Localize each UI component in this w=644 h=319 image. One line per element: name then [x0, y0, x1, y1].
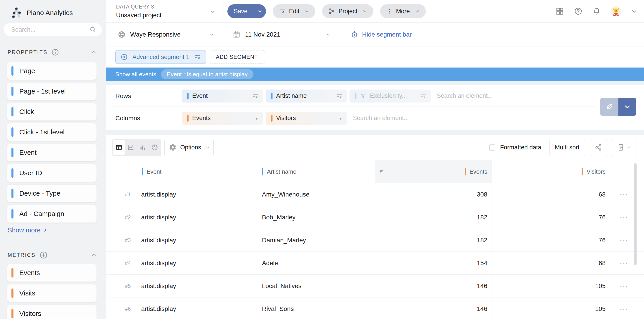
chip-settings-icon[interactable] — [336, 93, 343, 99]
row-menu-button[interactable]: ⋯ — [610, 206, 644, 229]
row-chip-event[interactable]: Event — [182, 89, 263, 102]
help-icon[interactable] — [574, 7, 582, 15]
segment-settings-icon[interactable] — [194, 53, 201, 60]
share-button[interactable] — [590, 139, 607, 156]
brand: Piano Analytics — [0, 0, 106, 20]
save-button[interactable]: Save — [228, 4, 254, 18]
property-item-click-1st-level[interactable]: Click - 1st level — [7, 123, 96, 141]
show-more-link[interactable]: Show more — [8, 226, 106, 235]
property-item-event[interactable]: Event — [7, 144, 96, 161]
date-selector[interactable]: 11 Nov 2021 — [223, 23, 340, 46]
table-view-button[interactable] — [113, 140, 125, 155]
project-button[interactable]: Project — [322, 4, 373, 18]
table-row[interactable]: #6artist.display Rival_Sons 146 105 ⋯ — [106, 298, 644, 319]
cell-artist: Rival_Sons — [256, 298, 375, 319]
export-button[interactable] — [612, 139, 637, 156]
notifications-bell-icon[interactable] — [592, 7, 601, 15]
formatted-data-checkbox[interactable] — [489, 144, 495, 151]
property-item-page[interactable]: Page — [7, 62, 96, 80]
property-label: Page - 1st level — [19, 87, 66, 95]
row-menu-button[interactable]: ⋯ — [610, 183, 644, 206]
target-icon — [350, 30, 358, 38]
line-chart-view-button[interactable] — [125, 140, 137, 155]
properties-section-header: PROPERTIES — [8, 48, 97, 57]
chip-settings-icon[interactable] — [252, 93, 259, 99]
more-button[interactable]: More — [380, 4, 426, 18]
chip-settings-icon[interactable] — [336, 115, 343, 122]
property-item-device-type[interactable]: Device - Type — [7, 185, 96, 202]
column-chip-visitors[interactable]: Visitors — [266, 112, 347, 125]
column-chip-events[interactable]: Events — [182, 112, 263, 125]
site-selector[interactable]: Waye Responsive — [106, 23, 223, 46]
properties-collapse-icon[interactable] — [91, 49, 97, 55]
column-header-label: Event — [146, 168, 162, 175]
multi-sort-button[interactable]: Multi sort — [549, 139, 585, 156]
criteria-panel: Rows Event Artist name — [106, 81, 644, 135]
metrics-collapse-icon[interactable] — [91, 252, 97, 258]
chip-settings-icon[interactable] — [252, 115, 259, 122]
add-segment-button[interactable]: ADD SEGMENT — [209, 50, 265, 64]
chip-settings-icon[interactable] — [420, 93, 427, 99]
row-chip-exclusion[interactable]: Exclusion ty... — [350, 89, 431, 102]
account-chevron-icon[interactable] — [631, 8, 638, 14]
table-row[interactable]: #4artist.display Adele 154 68 ⋯ — [106, 252, 644, 275]
table-row[interactable]: #3artist.display Damian_Marley 182 76 ⋯ — [106, 229, 644, 252]
property-item-click[interactable]: Click — [7, 103, 96, 120]
plus-circle-icon[interactable] — [39, 251, 48, 259]
vertical-scrollbar[interactable] — [634, 163, 636, 265]
search-input[interactable] — [4, 23, 102, 36]
column-header-artist-name[interactable]: Artist name — [256, 160, 375, 183]
chevron-down-icon[interactable] — [209, 8, 216, 15]
columns-search-input[interactable] — [353, 115, 450, 122]
hide-segment-bar-toggle[interactable]: Hide segment bar — [340, 23, 644, 46]
cell-event: artist.display — [141, 260, 176, 267]
edit-button[interactable]: Edit — [273, 4, 316, 18]
search-icon[interactable] — [89, 26, 96, 33]
advanced-segment-chip[interactable]: Advanced segment 1 — [116, 50, 206, 64]
row-menu-button[interactable]: ⋯ — [610, 275, 644, 297]
filter-bar-label: Show all events — [116, 71, 156, 78]
metric-item-events[interactable]: Events — [7, 264, 96, 282]
info-icon[interactable] — [51, 48, 59, 56]
show-more-label: Show more — [8, 227, 41, 234]
row-menu-button[interactable]: ⋯ — [610, 298, 644, 319]
metric-label: Events — [19, 269, 40, 277]
save-dropdown-button[interactable] — [254, 4, 266, 18]
options-label: Options — [180, 144, 201, 151]
column-header-events[interactable]: Events — [375, 160, 492, 183]
avatar[interactable] — [611, 6, 621, 16]
table-row[interactable]: #2artist.display Bob_Marley 182 76 ⋯ — [106, 206, 644, 229]
column-header-event[interactable]: Event — [106, 160, 256, 183]
row-chip-artist-name[interactable]: Artist name — [266, 89, 347, 102]
property-item-user-id[interactable]: User ID — [7, 164, 96, 182]
row-menu-button[interactable]: ⋯ — [610, 229, 644, 252]
row-menu-button[interactable]: ⋯ — [610, 252, 644, 274]
property-item-ad-campaign[interactable]: Ad - Campaign — [7, 205, 96, 223]
metric-item-visitors[interactable]: Visitors — [7, 305, 96, 319]
property-item-page-1st-level[interactable]: Page - 1st level — [7, 82, 96, 100]
property-color-bar — [12, 148, 14, 157]
metric-item-visits[interactable]: Visits — [7, 285, 96, 302]
rows-search-input[interactable] — [437, 92, 533, 99]
options-button[interactable]: Options — [164, 139, 214, 156]
table-header: Event Artist name Events — [106, 160, 644, 183]
metric-color-bar — [12, 268, 14, 278]
metric-color-bar — [12, 309, 14, 318]
circle-dot-icon — [120, 53, 128, 61]
run-dropdown-button[interactable] — [618, 98, 636, 116]
chip-color-bar — [271, 93, 272, 99]
sidebar: Piano Analytics PROPERTIES Page Page - 1… — [0, 0, 106, 319]
kebab-menu-icon — [386, 8, 392, 14]
table-row[interactable]: #5artist.display Local_Natives 146 105 ⋯ — [106, 275, 644, 298]
pie-chart-view-button[interactable] — [148, 140, 160, 155]
calendar-icon — [232, 30, 241, 38]
filter-condition-pill[interactable]: Event : Is equal to artist.display — [161, 69, 254, 79]
query-title-block[interactable]: DATA QUERY 3 Unsaved project — [106, 0, 222, 22]
site-name: Waye Responsive — [130, 31, 181, 38]
table-row[interactable]: #1artist.display Amy_Winehouse 308 68 ⋯ — [106, 183, 644, 206]
apps-grid-icon[interactable] — [556, 7, 564, 15]
eco-mode-button[interactable] — [600, 98, 618, 116]
column-header-visitors[interactable]: Visitors — [492, 160, 610, 183]
chip-label: Events — [192, 115, 248, 122]
bar-chart-view-button[interactable] — [137, 140, 148, 155]
